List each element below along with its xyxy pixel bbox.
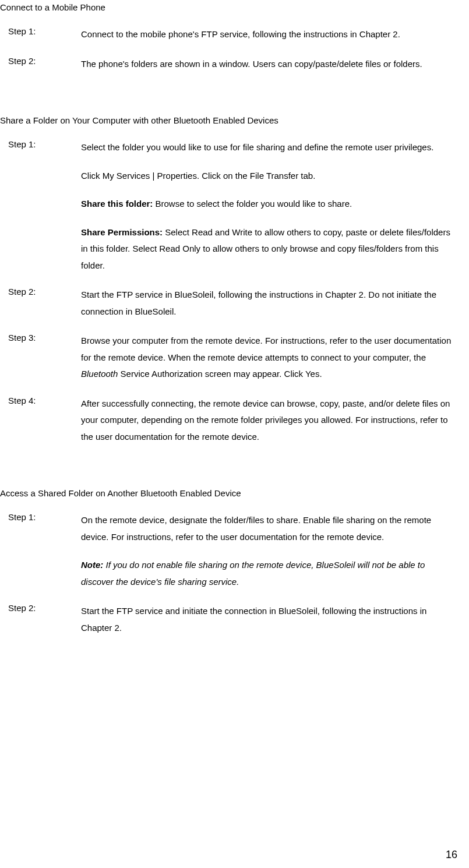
step-label: Step 3: xyxy=(8,333,81,383)
paragraph: Share this folder: Browse to select the … xyxy=(81,196,457,213)
text-run: Start the FTP service in BlueSoleil, fol… xyxy=(81,290,436,316)
step-body: The phone's folders are shown in a windo… xyxy=(81,56,457,73)
text-run: Connect to the mobile phone's FTP servic… xyxy=(81,29,400,39)
text-run: Select the folder you would like to use … xyxy=(81,142,433,152)
step-row: Step 2:The phone's folders are shown in … xyxy=(8,56,457,73)
paragraph: The phone's folders are shown in a windo… xyxy=(81,56,457,73)
step-row: Step 1:Select the folder you would like … xyxy=(8,139,457,274)
step-body: On the remote device, designate the fold… xyxy=(81,512,457,590)
step-label: Step 2: xyxy=(8,287,81,320)
step-row: Step 2:Start the FTP service in BlueSole… xyxy=(8,287,457,320)
section-title: Connect to a Mobile Phone xyxy=(0,0,457,12)
text-run: Note: xyxy=(81,560,103,570)
paragraph: Connect to the mobile phone's FTP servic… xyxy=(81,26,457,43)
paragraph: Browse your computer from the remote dev… xyxy=(81,333,457,383)
content: Connect to a Mobile PhoneStep 1:Connect … xyxy=(0,0,457,636)
paragraph: After successfully connecting, the remot… xyxy=(81,396,457,446)
paragraph: Note: If you do not enable file sharing … xyxy=(81,557,457,590)
step-body: Browse your computer from the remote dev… xyxy=(81,333,457,383)
step-row: Step 2:Start the FTP service and initiat… xyxy=(8,603,457,636)
step-body: Connect to the mobile phone's FTP servic… xyxy=(81,26,457,43)
paragraph: On the remote device, designate the fold… xyxy=(81,512,457,545)
step-label: Step 4: xyxy=(8,396,81,446)
step-label: Step 2: xyxy=(8,603,81,636)
text-run: Service Authorization screen may appear.… xyxy=(118,369,322,379)
section-title: Share a Folder on Your Computer with oth… xyxy=(0,113,457,125)
step-row: Step 3:Browse your computer from the rem… xyxy=(8,333,457,383)
text-run: On the remote device, designate the fold… xyxy=(81,515,431,542)
text-run: Click My Services | Properties. Click on… xyxy=(81,171,315,181)
page: Connect to a Mobile PhoneStep 1:Connect … xyxy=(0,0,469,868)
text-run: Share Permissions: xyxy=(81,227,165,237)
page-number: 16 xyxy=(446,849,457,861)
text-run: Browse to select the folder you would li… xyxy=(156,199,352,209)
step-label: Step 2: xyxy=(8,56,81,73)
text-run: If you do not enable file sharing on the… xyxy=(81,560,425,587)
step-row: Step 1:Connect to the mobile phone's FTP… xyxy=(8,26,457,43)
paragraph: Select the folder you would like to use … xyxy=(81,139,457,156)
paragraph: Start the FTP service in BlueSoleil, fol… xyxy=(81,287,457,320)
text-run: The phone's folders are shown in a windo… xyxy=(81,59,422,69)
paragraph: Start the FTP service and initiate the c… xyxy=(81,603,457,636)
step-label: Step 1: xyxy=(8,139,81,274)
step-row: Step 1:On the remote device, designate t… xyxy=(8,512,457,590)
paragraph: Share Permissions: Select Read and Write… xyxy=(81,224,457,274)
step-label: Step 1: xyxy=(8,26,81,43)
step-body: Start the FTP service and initiate the c… xyxy=(81,603,457,636)
step-row: Step 4:After successfully connecting, th… xyxy=(8,396,457,446)
text-run: After successfully connecting, the remot… xyxy=(81,398,450,442)
step-label: Step 1: xyxy=(8,512,81,590)
step-body: After successfully connecting, the remot… xyxy=(81,396,457,446)
paragraph: Click My Services | Properties. Click on… xyxy=(81,168,457,185)
text-run: Start the FTP service and initiate the c… xyxy=(81,606,426,633)
text-run: Share this folder: xyxy=(81,199,156,209)
step-body: Start the FTP service in BlueSoleil, fol… xyxy=(81,287,457,320)
section-title: Access a Shared Folder on Another Blueto… xyxy=(0,486,457,498)
text-run: Bluetooth xyxy=(81,369,118,379)
text-run: Browse your computer from the remote dev… xyxy=(81,336,451,362)
step-body: Select the folder you would like to use … xyxy=(81,139,457,274)
